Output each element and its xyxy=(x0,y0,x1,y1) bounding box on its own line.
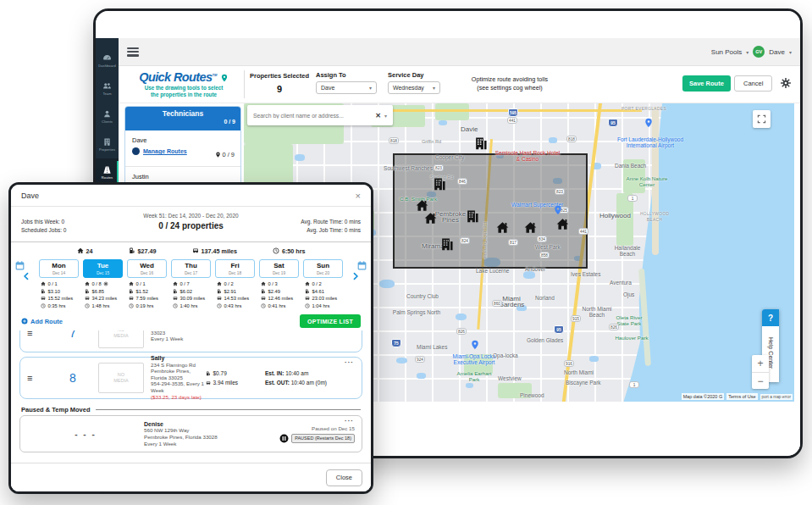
map-lake xyxy=(439,120,447,125)
route-row[interactable]: ≡7NO MEDIAHollywood, Florida 33023Every … xyxy=(19,330,362,352)
previous-week-chevron[interactable] xyxy=(22,269,30,283)
technician-color-dot xyxy=(132,147,140,155)
map-label: Miami-Opa Locka Executive Airport xyxy=(450,354,498,366)
day-card-mon[interactable]: MonDec 140 / 1$3.1015.52 miles0:35 hrs xyxy=(39,259,79,309)
map-label: Opa-locka xyxy=(493,352,518,358)
close-icon[interactable]: × xyxy=(356,191,361,201)
house-marker[interactable] xyxy=(424,212,437,225)
house-marker[interactable] xyxy=(416,199,428,212)
day-stat: 0:19 hrs xyxy=(129,302,167,310)
sidebar-item-label: Team xyxy=(102,92,111,96)
next-week-chevron[interactable] xyxy=(351,269,360,283)
day-stat: $2.91 xyxy=(217,288,255,296)
building-icon xyxy=(474,136,488,150)
route-stop-list: ≡7NO MEDIAHollywood, Florida 33023Every … xyxy=(19,330,362,400)
road-shield: 826 xyxy=(456,328,467,335)
day-card-fri[interactable]: FriDec 180 / 2$2.9114.53 miles0:43 hrs xyxy=(215,259,255,309)
service-day-label: Service Day xyxy=(388,71,440,79)
window-top-strip xyxy=(96,11,800,38)
report-map-error-link[interactable]: port a map error xyxy=(760,394,793,400)
map-highway xyxy=(371,109,642,112)
manage-routes-link[interactable]: Manage Routes xyxy=(143,148,187,154)
clock-icon xyxy=(41,303,46,308)
plus-circle-icon xyxy=(21,318,28,325)
vehicle-icon xyxy=(305,296,310,301)
search-caret-icon[interactable]: ▾ xyxy=(384,113,387,119)
sidebar-item-team[interactable]: Team xyxy=(96,75,119,103)
building-marker[interactable] xyxy=(474,136,488,150)
day-card-thu[interactable]: ThuDec 170 / 7$6.0230.09 miles1:40 hrs xyxy=(171,259,211,309)
route-builder-header: Quick RoutesTM Use the drawing tools to … xyxy=(119,66,800,103)
sidebar-item-clients[interactable]: Clients xyxy=(96,103,119,130)
building-icon xyxy=(466,209,479,223)
optimize-list-button[interactable]: OPTIMIZE LIST xyxy=(300,314,361,328)
building-marker[interactable] xyxy=(440,237,454,251)
building-marker[interactable] xyxy=(433,177,446,191)
fuel-pump-icon xyxy=(129,289,134,294)
sidebar-item-dashboard[interactable]: Dashboard xyxy=(96,47,119,75)
late-balance-warning: ($33.25, 23 days late) xyxy=(151,394,206,400)
fuel-pump-icon xyxy=(217,289,222,294)
house-marker[interactable] xyxy=(496,221,509,234)
road-shield: 860 xyxy=(492,300,502,307)
map-label: Southwest Ranches xyxy=(383,166,434,172)
terms-of-use-link[interactable]: Terms of Use xyxy=(726,393,757,400)
address-line: 954-294-3535, Every 1 Week xyxy=(151,380,206,393)
gear-icon[interactable] xyxy=(103,281,108,286)
close-button[interactable]: Close xyxy=(326,469,362,486)
day-name: Wed xyxy=(128,263,166,269)
org-switcher[interactable]: Sun Pools xyxy=(711,48,742,56)
day-card-tue[interactable]: TueDec 150 / 8$6.8534.23 miles1:48 hrs xyxy=(83,259,123,309)
fuel-pump-icon xyxy=(305,289,310,294)
calendar-icon[interactable] xyxy=(356,260,367,271)
map-label: Amelia Earhart Park xyxy=(452,371,496,383)
zoom-in-button[interactable]: + xyxy=(752,355,769,372)
day-stat: $6.85 xyxy=(85,288,123,296)
fuel-cost: $0.79 xyxy=(206,369,265,378)
help-question-icon: ? xyxy=(762,309,779,326)
building-marker[interactable] xyxy=(466,209,479,223)
user-menu[interactable]: Dave xyxy=(769,48,785,56)
day-tab: FriDec 18 xyxy=(215,259,255,278)
house-marker[interactable] xyxy=(556,218,569,230)
assign-to-select[interactable]: Dave▾ xyxy=(316,81,377,94)
day-card-wed[interactable]: WedDec 160 / 1$1.527.59 miles0:19 hrs xyxy=(127,259,167,309)
map-label: North Miami xyxy=(564,369,594,375)
map-label: Lake Lucerne xyxy=(476,268,509,274)
add-route-button[interactable]: Add Route xyxy=(21,318,63,325)
hamburger-menu-icon[interactable] xyxy=(127,47,139,57)
row-menu-button[interactable]: ··· xyxy=(345,358,354,366)
drag-handle-icon[interactable]: ≡ xyxy=(27,373,47,383)
drag-handle-icon[interactable]: ≡ xyxy=(27,330,47,338)
building-icon xyxy=(433,177,446,191)
search-clear-icon[interactable]: ✕ xyxy=(375,112,381,119)
avatar[interactable]: GV xyxy=(753,46,765,58)
settings-gear-icon[interactable] xyxy=(780,77,792,89)
row-menu-button[interactable]: ··· xyxy=(345,417,354,425)
route-row[interactable]: ≡8NO MEDIASally234 S Flamingo RdPembroke… xyxy=(19,357,362,399)
clock-icon xyxy=(173,303,178,308)
zoom-out-button[interactable]: − xyxy=(752,372,769,389)
map-park xyxy=(435,103,469,120)
technician-name: Justin xyxy=(132,173,234,180)
cancel-button[interactable]: Cancel xyxy=(734,75,772,92)
map-fullscreen-button[interactable] xyxy=(753,110,771,128)
address-line: Every 1 Week xyxy=(151,336,206,342)
paused-order-placeholder: - - - xyxy=(27,430,144,439)
poi-pin-icon xyxy=(644,118,654,128)
day-name: Fri xyxy=(216,263,254,269)
day-name: Sun xyxy=(304,263,342,269)
pin-icon xyxy=(215,152,221,158)
day-date: Dec 20 xyxy=(304,271,342,275)
vehicle-icon xyxy=(173,296,178,301)
save-route-button[interactable]: Save Route xyxy=(682,75,731,92)
day-date: Dec 17 xyxy=(172,271,210,275)
service-day-select[interactable]: Wednesday▾ xyxy=(388,81,440,94)
paused-section-label: Paused & Temp Moved xyxy=(11,403,371,415)
day-card-sat[interactable]: SatDec 190 / 3$2.4912.46 miles0:41 hrs xyxy=(259,259,299,309)
sidebar-item-properties[interactable]: Properties xyxy=(96,130,119,158)
day-card-sun[interactable]: SunDec 200 / 2$4.6123.03 miles1:04 hrs xyxy=(303,259,343,309)
house-marker[interactable] xyxy=(524,221,537,234)
house-icon xyxy=(496,221,509,234)
search-input[interactable] xyxy=(253,113,372,119)
